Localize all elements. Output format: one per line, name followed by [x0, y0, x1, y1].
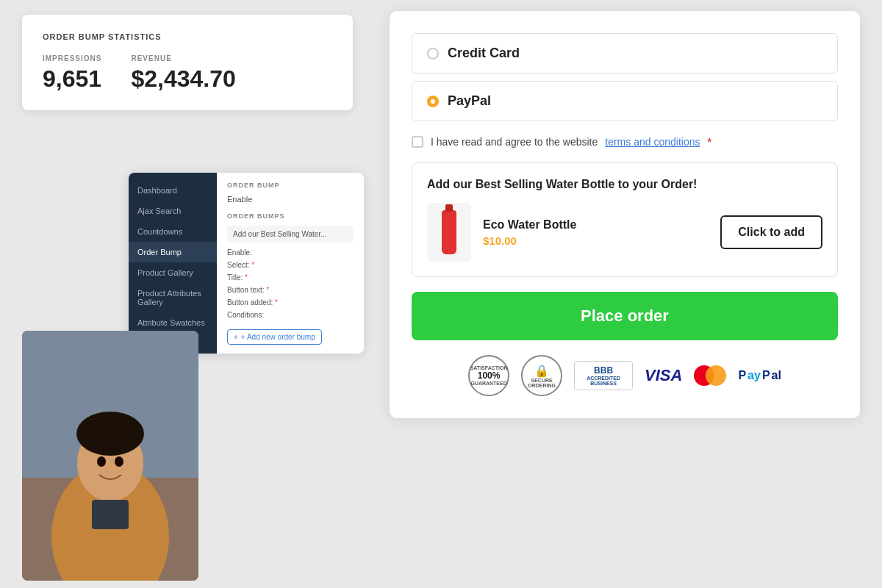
credit-card-label: Credit Card — [448, 46, 520, 61]
admin-section-order-bump-title: ORDER BUMP — [227, 182, 354, 189]
product-info: Eco Water Bottle $10.00 — [483, 218, 709, 247]
revenue-stat: REVENUE $2,434.70 — [131, 54, 235, 93]
admin-field-conditions: Conditions: — [227, 311, 354, 319]
satisfaction-label2: GUARANTEED — [470, 381, 506, 386]
satisfaction-badge: SATISFACTION 100% GUARANTEED — [468, 355, 509, 396]
paypal-option[interactable]: PayPal — [412, 81, 838, 121]
product-price: $10.00 — [483, 234, 709, 247]
click-to-add-button[interactable]: Click to add — [720, 215, 822, 249]
sidebar-item-product-gallery[interactable]: Product Gallery — [129, 262, 217, 283]
revenue-label: REVENUE — [131, 54, 235, 62]
product-name: Eco Water Bottle — [483, 218, 709, 232]
plus-icon: + — [234, 333, 238, 341]
bbb-label3: BUSINESS — [590, 381, 617, 386]
satisfaction-label1: SATISFACTION — [470, 365, 508, 370]
mastercard-logo — [694, 365, 726, 386]
terms-row: I have read and agree to the website ter… — [412, 136, 838, 148]
sidebar-item-product-attributes[interactable]: Product Attributes Gallery — [129, 283, 217, 312]
person-silhouette — [22, 331, 198, 581]
bbb-label1: BBB — [594, 365, 613, 376]
paypal-p-darkblue: P — [762, 369, 770, 382]
bbb-badge: BBB ACCREDITED BUSINESS — [574, 361, 633, 390]
admin-enable-row: Enable — [227, 195, 354, 204]
stats-card: ORDER BUMP STATISTICS IMPRESSIONS 9,651 … — [22, 15, 353, 110]
paypal-p-blue: P — [738, 369, 746, 382]
admin-field-button-added: Button added: * — [227, 298, 354, 306]
admin-field-enable: Enable: — [227, 248, 354, 257]
mc-circle-orange — [706, 365, 726, 386]
secure-label1: SECURE — [531, 378, 552, 383]
place-order-button[interactable]: Place order — [412, 292, 838, 340]
credit-card-radio[interactable] — [427, 48, 439, 60]
admin-main-content: ORDER BUMP Enable ORDER BUMPS Add our Be… — [217, 173, 364, 354]
impressions-value: 9,651 — [43, 65, 101, 93]
sidebar-item-order-bump[interactable]: Order Bump — [129, 242, 217, 262]
product-image — [427, 203, 471, 262]
terms-required-marker: * — [707, 136, 711, 148]
secure-ordering-badge: 🔒 SECURE ORDERING — [521, 355, 562, 396]
svg-point-5 — [97, 456, 106, 467]
satisfaction-pct: 100% — [478, 370, 501, 381]
trust-badges: SATISFACTION 100% GUARANTEED 🔒 SECURE OR… — [412, 355, 838, 396]
svg-rect-7 — [92, 500, 129, 529]
paypal-payment-logo: PayPal — [738, 369, 781, 382]
terms-link[interactable]: terms and conditions — [605, 136, 700, 148]
sidebar-item-attribute-swatches[interactable]: Attribute Swatches — [129, 312, 217, 333]
impressions-stat: IMPRESSIONS 9,651 — [43, 54, 101, 93]
order-bump-product: Eco Water Bottle $10.00 Click to add — [427, 203, 822, 262]
credit-card-option[interactable]: Credit Card — [412, 33, 838, 74]
admin-field-title: Title: * — [227, 273, 354, 282]
admin-section-order-bumps-title: ORDER BUMPS — [227, 212, 354, 220]
stats-row: IMPRESSIONS 9,651 REVENUE $2,434.70 — [43, 54, 332, 93]
revenue-value: $2,434.70 — [131, 65, 235, 93]
paypal-radio[interactable] — [427, 96, 439, 107]
sidebar-item-ajax-search[interactable]: Ajax Search — [129, 201, 217, 221]
paypal-a-lightblue: ay — [747, 369, 761, 382]
paypal-label: PayPal — [448, 93, 491, 109]
admin-field-select: Select: * — [227, 261, 354, 269]
terms-checkbox[interactable] — [412, 136, 423, 148]
admin-sidebar: Dashboard Ajax Search Countdowns Order B… — [129, 173, 217, 354]
visa-logo: VISA — [645, 366, 682, 385]
terms-text: I have read and agree to the website — [431, 136, 598, 148]
person-photo — [22, 331, 198, 581]
order-bump-title: Add our Best Selling Water Bottle to you… — [427, 178, 822, 191]
impressions-label: IMPRESSIONS — [43, 54, 101, 62]
secure-label2: ORDERING — [528, 383, 556, 388]
water-bottle-icon — [442, 210, 456, 254]
paypal-al-navy: al — [772, 369, 781, 382]
sidebar-item-countdowns[interactable]: Countdowns — [129, 221, 217, 242]
admin-bump-item[interactable]: Add our Best Selling Water... — [227, 226, 354, 243]
admin-panel: Dashboard Ajax Search Countdowns Order B… — [129, 173, 364, 354]
add-new-order-bump-button[interactable]: + + Add new order bump — [227, 329, 322, 345]
sidebar-item-dashboard[interactable]: Dashboard — [129, 180, 217, 201]
stats-card-title: ORDER BUMP STATISTICS — [43, 32, 332, 41]
secure-icon: 🔒 — [534, 364, 549, 378]
checkout-panel: Credit Card PayPal I have read and agree… — [390, 11, 860, 418]
order-bump-box: Add our Best Selling Water Bottle to you… — [412, 162, 838, 277]
svg-point-6 — [115, 456, 123, 467]
admin-field-button-text: Button text: * — [227, 286, 354, 294]
bbb-label2: ACCREDITED — [587, 376, 620, 381]
svg-rect-8 — [96, 445, 125, 451]
